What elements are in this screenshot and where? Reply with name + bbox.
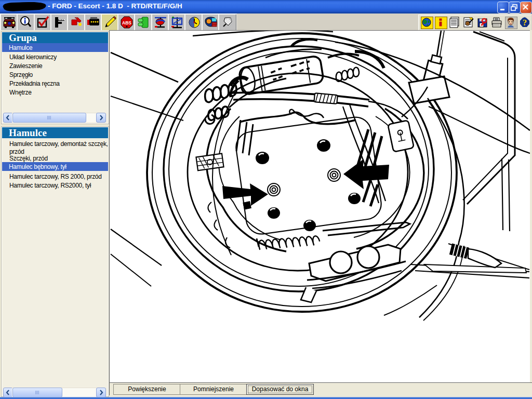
svg-text:?: ? (523, 18, 527, 28)
svg-text:ABS: ABS (122, 20, 131, 25)
